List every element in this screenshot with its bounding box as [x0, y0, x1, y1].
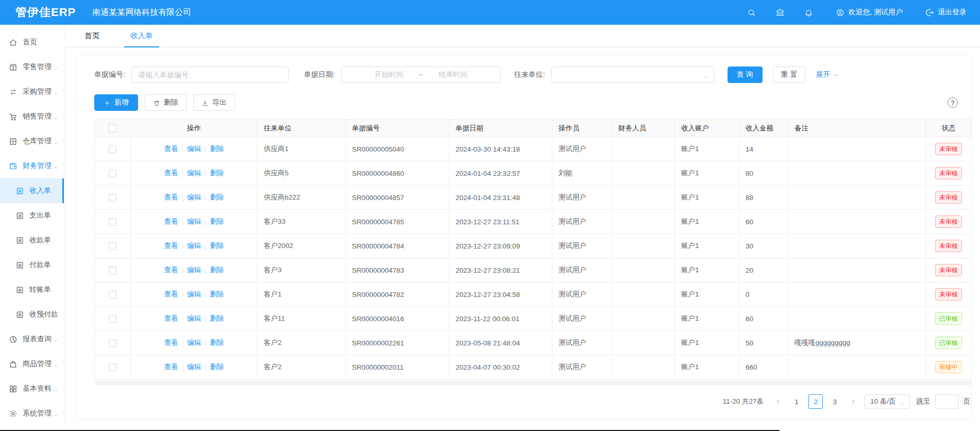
edit-link[interactable]: 编辑: [187, 193, 201, 201]
prev-page-button[interactable]: [771, 394, 785, 409]
sidebar-item-receipt[interactable]: 收款单: [0, 228, 64, 253]
delete-link[interactable]: 删除: [210, 290, 224, 298]
sidebar-item-transfer[interactable]: 转账单: [0, 277, 64, 302]
view-link[interactable]: 查看: [164, 339, 178, 346]
sidebar-item-home[interactable]: 首页: [0, 30, 64, 55]
delete-link[interactable]: 删除: [210, 145, 224, 153]
date-cell: 2024-01-04 23:32:57: [449, 161, 552, 186]
view-link[interactable]: 查看: [164, 218, 178, 225]
delete-link[interactable]: 删除: [210, 218, 224, 225]
row-checkbox[interactable]: [109, 267, 116, 274]
row-checkbox[interactable]: [109, 170, 116, 177]
sidebar-item-warehouse[interactable]: 仓库管理: [0, 129, 64, 154]
edit-link[interactable]: 编辑: [187, 242, 201, 250]
view-link[interactable]: 查看: [164, 193, 178, 201]
status-badge: 已审核: [935, 312, 962, 325]
edit-link[interactable]: 编辑: [187, 145, 201, 153]
bill-no-input[interactable]: [131, 67, 289, 83]
page-button-2[interactable]: 2: [808, 394, 823, 409]
sidebar-item-payment[interactable]: 付款单: [0, 253, 64, 277]
view-link[interactable]: 查看: [164, 314, 178, 322]
edit-link[interactable]: 编辑: [187, 290, 201, 298]
next-page-button[interactable]: [847, 394, 860, 409]
delete-link[interactable]: 删除: [210, 242, 224, 250]
sidebar-item-system[interactable]: 系统管理: [0, 401, 64, 426]
finance-icon: [9, 161, 18, 171]
sidebar-item-prepaid[interactable]: 收预付款: [0, 302, 64, 327]
tab-income[interactable]: 收入单: [128, 25, 155, 47]
view-link[interactable]: 查看: [164, 145, 178, 153]
partner-select[interactable]: [551, 67, 714, 83]
account-cell: 账户1: [675, 258, 739, 283]
row-checkbox[interactable]: [109, 339, 116, 347]
delete-link[interactable]: 删除: [210, 169, 224, 177]
chevron-up-icon: [53, 163, 59, 171]
edit-link[interactable]: 编辑: [187, 339, 201, 346]
delete-link[interactable]: 删除: [210, 339, 224, 346]
account-cell: 账户1: [675, 186, 739, 210]
search-button[interactable]: 查 询: [728, 67, 763, 83]
page-button-1[interactable]: 1: [789, 394, 804, 409]
horizontal-scrollbar[interactable]: [94, 381, 971, 385]
delete-link[interactable]: 删除: [210, 363, 224, 371]
export-button[interactable]: 导出: [193, 94, 235, 111]
view-link[interactable]: 查看: [164, 169, 178, 177]
sidebar-item-goods[interactable]: 商品管理: [0, 352, 64, 376]
row-checkbox[interactable]: [109, 218, 116, 226]
sidebar-item-report[interactable]: 报表查询: [0, 327, 64, 352]
row-checkbox[interactable]: [109, 194, 116, 202]
sidebar-item-expense[interactable]: 支出单: [0, 203, 64, 228]
help-icon[interactable]: ?: [948, 97, 958, 108]
sidebar-item-purchase[interactable]: 采购管理: [0, 79, 64, 104]
date-separator: ~: [419, 71, 423, 79]
sidebar-item-basic[interactable]: 基本资料: [0, 376, 64, 401]
view-link[interactable]: 查看: [164, 363, 178, 371]
reset-button[interactable]: 重 置: [773, 67, 806, 83]
sidebar-item-retail[interactable]: 零售管理: [0, 55, 64, 79]
date-cell: 2024-03-30 14:43:18: [449, 137, 552, 161]
amount-cell: 14: [739, 137, 788, 161]
delete-button[interactable]: 删除: [145, 94, 187, 111]
row-checkbox[interactable]: [109, 315, 116, 323]
edit-link[interactable]: 编辑: [187, 218, 201, 225]
bell-icon[interactable]: [804, 8, 813, 17]
date-range-picker[interactable]: 开始时间 ~ 结束时间: [341, 67, 501, 83]
welcome-user[interactable]: 欢迎您, 测试用户: [836, 8, 903, 17]
page-size-select[interactable]: 10 条/页: [865, 394, 910, 409]
select-all-checkbox[interactable]: [109, 124, 116, 132]
bill-no-cell: SR00000004857: [346, 186, 449, 210]
delete-link[interactable]: 删除: [210, 314, 224, 322]
report-icon: [9, 335, 18, 344]
page-button-3[interactable]: 3: [827, 394, 842, 409]
edit-link[interactable]: 编辑: [187, 363, 201, 371]
sidebar-item-income[interactable]: 收入单: [0, 178, 64, 203]
sidebar-item-sales[interactable]: 销售管理: [0, 104, 64, 129]
delete-link[interactable]: 删除: [210, 193, 224, 201]
view-link[interactable]: 查看: [164, 266, 178, 274]
add-button[interactable]: 新增: [94, 94, 138, 111]
edit-link[interactable]: 编辑: [187, 314, 201, 322]
retail-icon: [9, 62, 18, 72]
bank-icon[interactable]: [775, 8, 785, 17]
edit-link[interactable]: 编辑: [187, 169, 201, 177]
tab-home-label: 首页: [85, 31, 99, 41]
remark-cell: [788, 186, 926, 210]
row-checkbox[interactable]: [109, 145, 116, 153]
search-icon[interactable]: [747, 8, 756, 17]
sidebar-item-finance[interactable]: 财务管理: [0, 154, 64, 178]
delete-link[interactable]: 删除: [210, 266, 224, 274]
row-checkbox[interactable]: [109, 291, 116, 299]
remark-cell: [788, 137, 926, 161]
logout-button[interactable]: 退出登录: [925, 8, 967, 17]
row-checkbox[interactable]: [109, 242, 116, 250]
view-link[interactable]: 查看: [164, 242, 178, 250]
tab-home[interactable]: 首页: [82, 25, 102, 47]
expand-link[interactable]: 展开: [816, 70, 839, 79]
edit-link[interactable]: 编辑: [187, 266, 201, 274]
action-separator: |: [181, 339, 183, 346]
view-link[interactable]: 查看: [164, 290, 178, 298]
amount-cell: 30: [739, 234, 788, 258]
row-checkbox[interactable]: [109, 363, 116, 371]
jump-page-input[interactable]: [935, 394, 959, 409]
action-separator: |: [181, 242, 183, 250]
